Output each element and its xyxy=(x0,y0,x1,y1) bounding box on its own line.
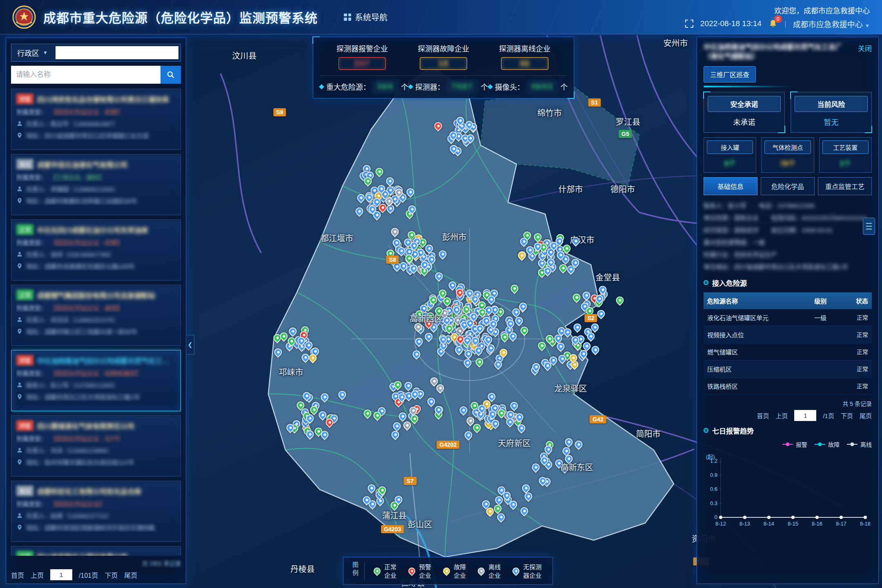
hazard-status: 正常 xyxy=(841,326,872,343)
trend-legend-item[interactable]: 离线 xyxy=(847,440,872,448)
table-row[interactable]: 铁路栈桥区 正常 xyxy=(704,377,872,394)
trend-legend-item[interactable]: 报警 xyxy=(782,440,807,448)
search-button[interactable] xyxy=(160,66,181,84)
hazard-records-count: 共 5 条记录 xyxy=(842,399,872,408)
table-row[interactable]: 燃气储罐区 正常 xyxy=(704,343,872,360)
nav-label: 系统导航 xyxy=(355,11,388,23)
legend-pin-icon xyxy=(407,566,417,576)
current-risk-card: 当前风险 暂无 xyxy=(791,92,872,133)
pagination-page-input[interactable] xyxy=(794,410,816,421)
company-address: 地址：彭州市隆丰镇石化大道北段112号 xyxy=(26,458,134,466)
list-footer: 共 1901 条记录 首页 上页 /101页 下页 尾页 xyxy=(11,556,181,580)
detector-card-value: 46 xyxy=(501,57,548,70)
facility-stat-label: 工艺装置 xyxy=(822,140,869,154)
info-row: 经济类型：国有经济 成立日期：1956-03-01 xyxy=(704,224,872,236)
3d-tour-button[interactable]: 三维厂区巡查 xyxy=(704,66,756,82)
company-contact: 负责人：李建国（13980812345） xyxy=(26,185,119,193)
enterprise-title: 中石油西南油气田分公司成都天然气化工总厂（液化气储配站） xyxy=(704,43,854,62)
trend-legend-item[interactable]: 故障 xyxy=(815,440,840,448)
counter-value: 4693 xyxy=(527,81,557,92)
trend-legend-label: 离线 xyxy=(860,440,872,448)
company-list-item[interactable]: 预警 四川鸿安危化品仓储有限公司青白江储存库 所属类型：【危险化学品企业 - 经… xyxy=(11,89,181,150)
table-row[interactable]: 压缩机区 正常 xyxy=(704,360,872,377)
pagination-total: /1页 xyxy=(823,411,834,420)
pagination-next[interactable]: 下页 xyxy=(105,570,118,580)
diamond-icon xyxy=(319,84,324,89)
legend-label: 正常企业 xyxy=(384,562,398,579)
hazard-name: 燃气储罐区 xyxy=(704,343,811,360)
table-row[interactable]: 视频接入点位 正常 xyxy=(704,326,872,343)
status-badge: 正常 xyxy=(16,224,33,235)
company-list-item[interactable]: 正常 成都燃气集团股份有限公司龙泉储配站 所属类型：【危险化学品企业 - 使用】… xyxy=(11,285,181,346)
tab-危险化学品[interactable]: 危险化学品 xyxy=(761,177,815,195)
counter-unit: 个 xyxy=(560,81,568,92)
company-name: 成都科宏化工有限公司危化品仓库 xyxy=(37,486,141,496)
search-input[interactable] xyxy=(11,66,160,84)
current-risk-value: 暂无 xyxy=(795,116,868,129)
company-contact: 负责人：何文兵（13982201076） xyxy=(26,315,119,324)
legend-label: 无探测器企业 xyxy=(523,562,545,579)
tab-重点监管工艺[interactable]: 重点监管工艺 xyxy=(818,177,872,195)
company-list-item[interactable]: 预警 中石油西南油气田分公司成都天然气化工总厂 所属类型：【危险化学品企业 - … xyxy=(11,350,181,411)
svg-text:0: 0 xyxy=(715,514,717,520)
company-name: 成都华信石油液化气有限公司 xyxy=(37,159,127,169)
status-badge: 离线 xyxy=(16,486,33,496)
person-icon xyxy=(16,186,23,192)
legend-line-icon xyxy=(815,444,825,445)
pagination-last[interactable]: 尾页 xyxy=(124,570,137,580)
facility-stat-card: 气体检测点 78个 xyxy=(761,137,814,173)
company-address: 地址：成都市双流区西航港经济开发区空港四路 xyxy=(26,523,155,532)
status-badge: 预警 xyxy=(16,94,33,104)
company-contact: 负责人：刘洪（13348123866） xyxy=(26,446,113,454)
tab-基础信息[interactable]: 基础信息 xyxy=(704,177,757,195)
company-type-value: 【危险化学品企业 - 经营】 xyxy=(50,238,123,247)
info-rows: 联系人：彭小军 电话：13708012345单位性质：国有企业 信用代码：915… xyxy=(704,200,872,273)
pagination-last[interactable]: 尾页 xyxy=(860,411,872,420)
company-list-item[interactable]: 离线 成都科宏化工有限公司危化品仓库 所属类型：【危险化学品企业】 负责人：赵倩… xyxy=(11,481,181,542)
nav-system-navigation[interactable]: 系统导航 xyxy=(344,11,388,23)
pagination-next[interactable]: 下页 xyxy=(841,411,853,420)
company-contact: 负责人：赵倩（13086237722） xyxy=(26,511,113,520)
table-row[interactable]: 液化石油气储罐区单元 一级 正常 xyxy=(704,309,872,326)
company-list-item[interactable]: 离线 成都华信石油液化气有限公司 所属类型：【工贸企业 - 储存】 负责人：李建… xyxy=(11,154,181,215)
status-badge: 离线 xyxy=(16,159,33,169)
company-type-value: 【危险化学品企业 - 经营】 xyxy=(50,107,123,116)
detector-card-label: 探测器离线企业 xyxy=(485,43,565,53)
pagination-page-input[interactable] xyxy=(50,569,72,580)
notifications-button[interactable]: 0 xyxy=(768,19,778,29)
svg-text:8-17: 8-17 xyxy=(836,521,846,527)
diamond-icon xyxy=(488,84,493,89)
person-icon xyxy=(16,316,23,323)
pagination-first[interactable]: 首页 xyxy=(11,570,24,580)
pagination-first[interactable]: 首页 xyxy=(757,411,769,420)
legend-line-icon xyxy=(847,444,858,445)
detector-card-label: 探测器报警企业 xyxy=(322,43,402,53)
company-type-value: 【危险化学品企业 - 生产】 xyxy=(50,434,123,443)
region-filter-input[interactable] xyxy=(56,46,178,59)
trend-legend-label: 故障 xyxy=(828,440,840,448)
pagination-prev[interactable]: 上页 xyxy=(775,411,788,420)
info-expand-handle[interactable] xyxy=(863,218,875,235)
company-list: 预警 四川鸿安危化品仓储有限公司青白江储存库 所属类型：【危险化学品企业 - 经… xyxy=(11,89,181,556)
region-filter-row: 行政区 ▼ xyxy=(11,44,181,62)
company-list-item[interactable]: 正常 中石化四川成都石油分公司东郊油库 所属类型：【危险化学品企业 - 经营】 … xyxy=(11,219,181,281)
app-logo-emblem-icon xyxy=(12,5,36,29)
trend-section-header: 七日报警趋势 xyxy=(704,425,872,436)
sidebar-collapse-handle[interactable]: ❮ xyxy=(186,335,194,354)
fullscreen-icon[interactable] xyxy=(685,19,694,28)
company-address: 地址：成都市青白江区大弯街道化工路1号 xyxy=(26,392,140,401)
close-button[interactable]: 关闭 xyxy=(858,43,872,53)
user-name: 成都市应急救援中心 xyxy=(793,20,863,29)
user-menu[interactable]: 成都市应急救援中心 ▼ xyxy=(793,18,870,29)
company-list-item[interactable]: 正常 四川省安能化工储运有限公司 所属类型：【危险化学品企业 - 储存】 负责人… xyxy=(11,546,181,556)
svg-text:8-12: 8-12 xyxy=(715,521,726,527)
hazard-name: 压缩机区 xyxy=(704,360,811,377)
company-list-item[interactable]: 预警 四川蓉城液化气体有限责任公司 所属类型：【危险化学品企业 - 生产】 负责… xyxy=(11,415,181,477)
hazard-table-header-row: 危险源名称级别状态 xyxy=(704,292,872,309)
hazard-level xyxy=(811,343,841,360)
counter-unit: 个 xyxy=(401,81,408,92)
person-icon xyxy=(16,382,23,388)
region-filter-dropdown[interactable]: 行政区 ▼ xyxy=(11,44,53,61)
pagination-prev[interactable]: 上页 xyxy=(31,570,44,580)
detector-stats-panel: 探测器报警企业 207 探测器故障企业 18 探测器离线企业 46 重大危险源：… xyxy=(313,37,574,98)
